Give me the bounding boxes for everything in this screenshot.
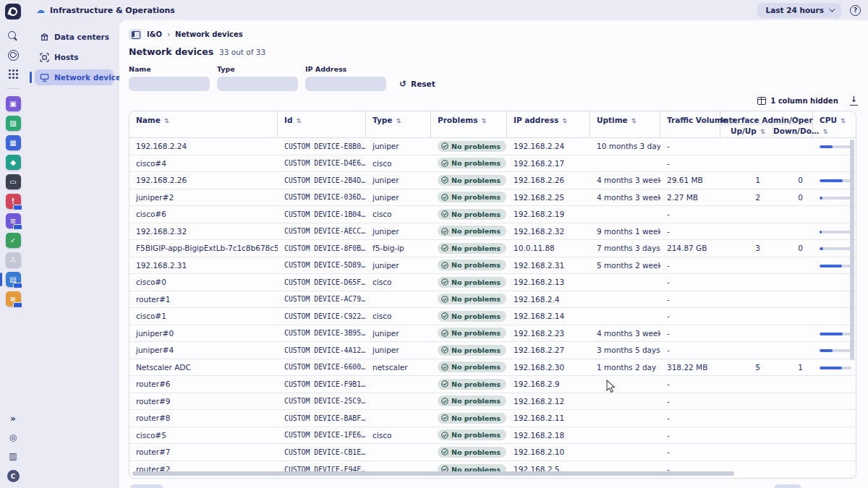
col-header-type[interactable]: Type <box>366 111 431 138</box>
reset-button[interactable]: ↺ Reset <box>399 77 435 91</box>
table-row[interactable]: 192.168.2.32 CUSTOM_DEVICE-AECC… juniper… <box>129 223 856 241</box>
table-row[interactable]: Netscaler ADC CUSTOM_DEVICE-6600… netsca… <box>129 359 856 377</box>
table-row[interactable]: 192.168.2.24 CUSTOM_DEVICE-E8B0… juniper… <box>129 138 856 155</box>
sidebar-item-hosts[interactable]: Hosts <box>35 49 114 65</box>
breadcrumb-root[interactable]: I&O <box>147 30 162 38</box>
type-filter-input[interactable] <box>217 77 298 91</box>
device-id: CUSTOM_DEVICE-F9B1… <box>284 380 365 388</box>
ring-icon[interactable]: ◎ <box>7 431 20 444</box>
check-circle-icon <box>441 262 448 269</box>
table-row[interactable]: 192.168.2.26 CUSTOM_DEVICE-2B4D… juniper… <box>129 172 856 189</box>
apps-grid-icon[interactable] <box>7 67 20 80</box>
table-row[interactable]: juniper#4 CUSTOM_DEVICE-4A12… juniper No… <box>129 342 856 359</box>
check-circle-icon <box>441 296 448 303</box>
device-name: router#7 <box>136 448 171 456</box>
app-synthetic[interactable]: ✓ <box>6 233 21 248</box>
table-row[interactable]: router#7 CUSTOM_DEVICE-CB1E… No problems… <box>129 444 856 461</box>
sidebar-item-data-centers[interactable]: Data centers <box>35 29 114 45</box>
table-row[interactable]: cisco#1 CUSTOM_DEVICE-C922… cisco No pro… <box>129 308 856 325</box>
traffic-volume: - <box>667 346 670 354</box>
table-row[interactable]: cisco#4 CUSTOM_DEVICE-D4E6… cisco No pro… <box>129 155 856 173</box>
traffic-volume: - <box>667 431 670 440</box>
col-header-problems[interactable]: Problems <box>431 111 507 138</box>
search-icon[interactable] <box>7 30 20 43</box>
column-visibility-button[interactable]: 1 column hidden <box>757 97 838 105</box>
device-name: cisco#6 <box>136 210 166 218</box>
table-row[interactable]: 192.168.2.31 CUSTOM_DEVICE-5D89… juniper… <box>129 257 856 275</box>
usage-icon[interactable]: ▥ <box>7 450 20 463</box>
col-header-ip[interactable]: IP address <box>507 111 590 138</box>
explore-icon[interactable] <box>7 48 20 61</box>
problems-label: No problems <box>451 176 501 184</box>
no-problems-badge: No problems <box>438 158 506 168</box>
ip-address: 192.168.2.23 <box>514 329 564 338</box>
ip-filter-input[interactable] <box>305 77 386 91</box>
uptime: 1 months 2 day <box>597 363 656 372</box>
table-row[interactable]: F5BIGIP-app-BigipExtLb-7c1c8b678c5299… C… <box>129 240 856 257</box>
download-icon[interactable]: ↓ <box>850 95 858 106</box>
expand-rail-icon[interactable]: » <box>7 412 20 425</box>
sidebar-item-network-devices[interactable]: Network devices <box>35 69 114 85</box>
app-clouds[interactable]: ▣ <box>6 96 21 111</box>
app-hosts-monitor[interactable]: ▭ <box>6 174 21 189</box>
dynatrace-logo[interactable] <box>5 4 21 20</box>
traffic-volume: - <box>667 329 670 338</box>
app-launcher[interactable]: ▦ <box>6 135 21 150</box>
app-infra-ops[interactable]: ▤ <box>6 272 21 287</box>
table-row[interactable]: router#1 CUSTOM_DEVICE-AC79… No problems… <box>129 291 856 309</box>
app-kubernetes[interactable]: ◆ <box>6 155 21 170</box>
table-row[interactable]: cisco#6 CUSTOM_DEVICE-1B04… cisco No pro… <box>129 206 856 223</box>
device-name: cisco#1 <box>136 312 166 320</box>
device-id: CUSTOM_DEVICE-8F0B… <box>284 244 365 252</box>
name-filter-input[interactable] <box>129 77 210 91</box>
table-row[interactable]: cisco#0 CUSTOM_DEVICE-D65F… cisco No pro… <box>129 274 856 291</box>
top-header: ☁ Infrastructure & Operations Last 24 ho… <box>26 0 868 20</box>
device-type: juniper <box>373 142 399 150</box>
table-row[interactable]: router#9 CUSTOM_DEVICE-25C9… No problems… <box>129 393 856 411</box>
app-databases[interactable]: ≡ <box>6 213 21 228</box>
rows-per-page-select[interactable]: 20 <box>130 484 163 488</box>
device-type: juniper <box>373 261 399 270</box>
col-header-downdo[interactable]: Down/Do… <box>773 124 813 138</box>
app-rail: ▣ ▨ ▦ ◆ ▭ ! ≡ ✓ ∴ ▤ ≋ » ◎ ▥ C <box>0 0 26 488</box>
table-row[interactable]: router#8 CUSTOM_DEVICE-BABF… No problems… <box>129 410 856 427</box>
cpu-usage-fill <box>820 265 842 267</box>
problems-label: No problems <box>451 397 501 405</box>
table-row[interactable]: juniper#0 CUSTOM_DEVICE-3B95… juniper No… <box>129 325 856 343</box>
table-row[interactable]: juniper#2 CUSTOM_DEVICE-036D… juniper No… <box>129 189 856 207</box>
infra-ops-app-icon: ☁ <box>36 6 45 14</box>
app-problems[interactable]: ! <box>6 194 21 209</box>
chevron-down-icon <box>829 6 835 12</box>
app-logs[interactable]: ≋ <box>6 291 21 307</box>
no-problems-badge: No problems <box>438 294 506 304</box>
app-dashboards[interactable]: ▨ <box>6 116 21 131</box>
vertical-scrollbar[interactable] <box>850 140 854 360</box>
timeframe-selector[interactable]: Last 24 hours <box>757 3 841 18</box>
col-header-name[interactable]: Name <box>129 111 278 138</box>
traffic-volume: - <box>667 312 670 320</box>
app-services[interactable]: ∴ <box>6 252 21 267</box>
page-select[interactable]: 1 <box>774 484 801 488</box>
cpu-usage-bar <box>820 231 851 234</box>
table-row[interactable]: cisco#5 CUSTOM_DEVICE-1FE6… cisco No pro… <box>129 427 856 445</box>
col-header-traffic[interactable]: Traffic Volume <box>660 111 720 138</box>
network-devices-table: Name Id Type Problems IP address Uptime … <box>129 111 856 479</box>
sidebar: Data centers Hosts Network devices <box>26 20 119 488</box>
sidebar-toggle-icon[interactable] <box>129 29 142 40</box>
col-header-uptime[interactable]: Uptime <box>590 111 660 138</box>
table-row[interactable]: router#6 CUSTOM_DEVICE-F9B1… No problems… <box>129 376 856 393</box>
app-icon: ∴ <box>6 252 21 267</box>
cpu-usage-bar <box>820 197 851 200</box>
help-icon[interactable] <box>850 5 861 16</box>
horizontal-scrollbar[interactable] <box>132 471 734 476</box>
device-name: router#6 <box>136 380 171 388</box>
no-problems-badge: No problems <box>438 429 506 440</box>
no-problems-badge: No problems <box>438 260 506 270</box>
problems-label: No problems <box>451 193 501 201</box>
avatar[interactable]: C <box>7 470 20 482</box>
problems-label: No problems <box>451 142 501 150</box>
check-circle-icon <box>441 330 448 337</box>
col-header-id[interactable]: Id <box>278 111 366 138</box>
col-header-upup[interactable]: Up/Up <box>720 124 773 138</box>
col-header-cpu[interactable]: CPU <box>813 111 856 138</box>
